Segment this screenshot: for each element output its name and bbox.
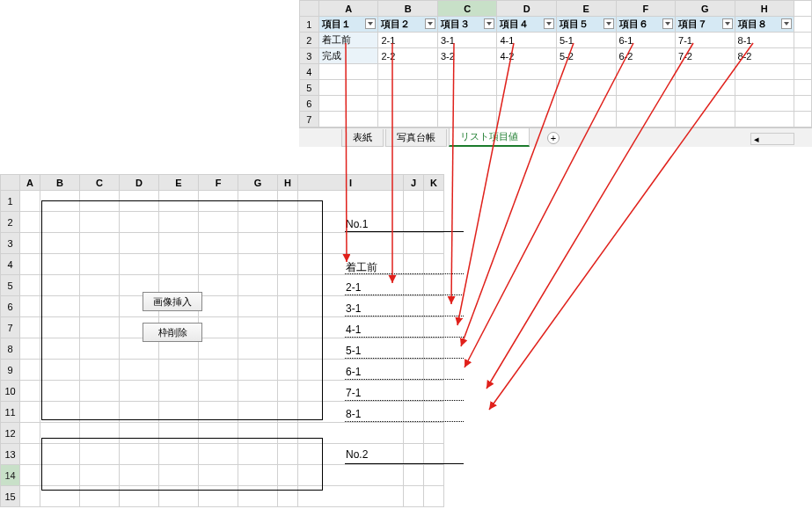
cell[interactable]	[404, 486, 424, 507]
colhead-C[interactable]: C	[80, 175, 120, 191]
hscroll[interactable]: ◂	[750, 133, 794, 145]
cell[interactable]	[404, 275, 424, 296]
cell[interactable]: 3-1	[437, 33, 497, 48]
rowhead-3[interactable]: 3	[1, 233, 20, 254]
table-header[interactable]: 項目８	[735, 17, 794, 33]
cell[interactable]	[20, 338, 40, 360]
cell[interactable]: 2-1	[378, 33, 438, 48]
rowhead-10[interactable]: 10	[1, 381, 20, 402]
filter-icon[interactable]	[544, 18, 554, 29]
filter-icon[interactable]	[604, 18, 614, 29]
colhead-K[interactable]: K	[424, 175, 444, 191]
rowhead-6[interactable]: 6	[1, 296, 20, 317]
colhead-E[interactable]: E	[159, 175, 199, 191]
colhead-D[interactable]: D	[497, 1, 557, 17]
cell[interactable]	[616, 96, 676, 112]
cell[interactable]	[556, 80, 616, 96]
cell[interactable]	[404, 212, 424, 233]
cell[interactable]	[424, 360, 444, 381]
cell[interactable]: 8-2	[735, 48, 794, 64]
cell[interactable]	[497, 80, 557, 96]
cell[interactable]	[424, 465, 444, 486]
cell[interactable]	[424, 338, 444, 360]
cell[interactable]	[424, 296, 444, 317]
cell[interactable]: 6-2	[616, 48, 676, 64]
cell[interactable]	[20, 275, 40, 296]
tab-photo-ledger[interactable]: 写真台帳	[385, 129, 447, 147]
table-header[interactable]: 項目２	[378, 17, 438, 33]
table-header[interactable]: 項目６	[616, 17, 676, 33]
cell[interactable]	[404, 423, 424, 444]
cell[interactable]	[616, 64, 676, 80]
add-sheet-icon[interactable]: +	[547, 132, 560, 144]
cell[interactable]: 7-2	[676, 48, 735, 64]
colhead-C[interactable]: C	[437, 1, 497, 17]
cell[interactable]	[20, 402, 40, 423]
colhead-F[interactable]: F	[199, 175, 238, 191]
cell[interactable]	[424, 317, 444, 338]
cell[interactable]	[794, 64, 812, 80]
colhead-B[interactable]: B	[378, 1, 438, 17]
filter-icon[interactable]	[662, 18, 673, 29]
cell[interactable]	[735, 96, 794, 112]
cell[interactable]	[378, 80, 438, 96]
rowhead-11[interactable]: 11	[1, 402, 20, 423]
tab-list-values[interactable]: リスト項目値	[449, 128, 530, 147]
cell[interactable]: 4-2	[497, 48, 557, 64]
cell[interactable]	[735, 112, 794, 127]
colhead-G[interactable]: G	[676, 1, 735, 17]
colhead-B[interactable]: B	[40, 175, 80, 191]
cell[interactable]	[378, 112, 438, 127]
cell[interactable]	[676, 80, 735, 96]
cell[interactable]: 3-2	[437, 48, 497, 64]
rowhead-1[interactable]: 1	[1, 191, 20, 212]
rowhead-5[interactable]: 5	[300, 80, 319, 96]
delete-frame-button[interactable]: 枠削除	[143, 323, 202, 342]
cell[interactable]	[556, 64, 616, 80]
cell[interactable]	[20, 317, 40, 338]
cell[interactable]	[378, 96, 438, 112]
cell-blank[interactable]	[794, 48, 812, 64]
cell[interactable]: 4-1	[497, 33, 557, 48]
cell[interactable]	[20, 381, 40, 402]
cell[interactable]	[318, 80, 378, 96]
cell[interactable]	[616, 80, 676, 96]
table-header[interactable]: 項目５	[556, 17, 616, 33]
filter-icon[interactable]	[781, 18, 792, 29]
colhead-H[interactable]: H	[735, 1, 794, 17]
filter-icon[interactable]	[365, 18, 376, 29]
table-header[interactable]: 項目３	[437, 17, 497, 33]
cell[interactable]	[318, 112, 378, 127]
cell[interactable]	[404, 465, 424, 486]
colhead-A[interactable]: A	[318, 1, 378, 17]
rowhead-4[interactable]: 4	[1, 254, 20, 275]
cell[interactable]	[437, 112, 497, 127]
cell[interactable]	[437, 96, 497, 112]
cell[interactable]	[404, 360, 424, 381]
cell[interactable]	[404, 402, 424, 423]
cell[interactable]	[20, 465, 40, 486]
cell[interactable]: 完成	[318, 48, 378, 64]
cell[interactable]: 5-2	[556, 48, 616, 64]
cell[interactable]: 8-1	[735, 33, 794, 48]
cell[interactable]	[20, 191, 40, 212]
cell[interactable]: 5-1	[556, 33, 616, 48]
cell[interactable]	[20, 360, 40, 381]
rowhead-13[interactable]: 13	[1, 444, 20, 465]
rowhead-4[interactable]: 4	[300, 64, 319, 80]
cell[interactable]	[20, 486, 40, 507]
cell[interactable]	[404, 254, 424, 275]
cell[interactable]	[616, 112, 676, 127]
insert-image-button[interactable]: 画像挿入	[143, 292, 202, 311]
cell[interactable]	[497, 112, 557, 127]
cell[interactable]	[318, 96, 378, 112]
cell[interactable]	[676, 96, 735, 112]
cell[interactable]	[424, 212, 444, 233]
cell[interactable]: 7-1	[676, 33, 735, 48]
scroll-left-icon[interactable]: ◂	[751, 134, 762, 144]
colhead-F[interactable]: F	[616, 1, 676, 17]
cell[interactable]	[424, 233, 444, 254]
upper-grid[interactable]: A B C D E F G H 1 項目１ 項目２ 項目３ 項目４ 項目５ 項目…	[299, 0, 812, 127]
rowhead-15[interactable]: 15	[1, 486, 20, 507]
cell[interactable]	[497, 64, 557, 80]
